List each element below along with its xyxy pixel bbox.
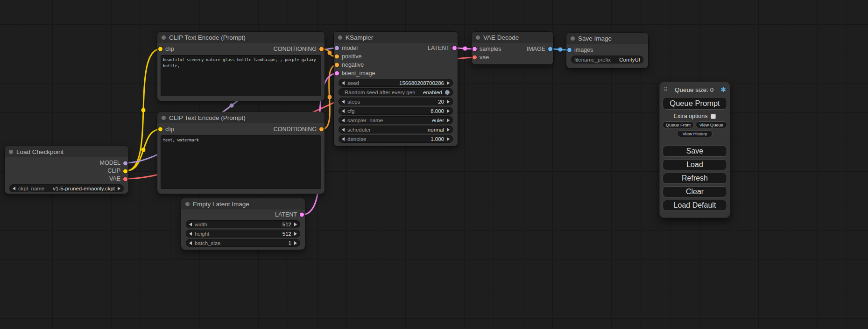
output-slot-vae[interactable]: VAE [5,175,128,183]
vae-input-port[interactable] [473,56,477,60]
load-button[interactable]: Load [663,159,727,170]
drag-handle-icon[interactable]: ⠿ [663,86,669,93]
output-slot-model[interactable]: MODEL [5,159,128,167]
node-title: CLIP Text Encode (Prompt) [169,114,246,121]
queue-front-button[interactable]: Queue Front [663,121,694,128]
widget-sampler-name[interactable]: sampler_name euler [339,116,453,124]
conditioning-output-port[interactable] [319,127,324,132]
widget-scheduler[interactable]: scheduler normal [339,126,453,133]
node-clip-text-encode-positive[interactable]: CLIP Text Encode (Prompt) clip CONDITION… [157,32,325,101]
queue-prompt-button[interactable]: Queue Prompt [663,97,727,110]
decrement-arrow-icon[interactable] [13,187,15,190]
input-slot-vae[interactable]: vae [472,53,553,62]
positive-prompt-textarea[interactable]: beautiful scenery nature glass bottle la… [161,55,321,96]
decrement-arrow-icon[interactable] [189,232,192,236]
increment-arrow-icon[interactable] [447,100,450,104]
collapse-dot-icon[interactable] [338,35,342,40]
decrement-arrow-icon[interactable] [342,119,345,122]
vae-output-port[interactable] [123,177,127,181]
positive-input-port[interactable] [335,55,339,59]
latent-output-port[interactable] [452,46,457,50]
collapse-dot-icon[interactable] [9,150,13,154]
node-titlebar[interactable]: CLIP Text Encode (Prompt) [157,32,325,43]
clear-button[interactable]: Clear [663,186,727,197]
conditioning-output-port[interactable] [319,47,324,51]
node-save-image[interactable]: Save Image images filename_prefix ComfyU… [566,33,648,68]
node-empty-latent-image[interactable]: Empty Latent Image LATENT width 512 heig… [181,198,305,250]
node-titlebar[interactable]: VAE Decode [472,32,553,43]
widget-width[interactable]: width 512 [186,220,300,228]
clip-output-port[interactable] [123,169,127,173]
widget-random-seed-toggle[interactable]: Random seed after every gen enabled [339,88,453,96]
latent-output-port[interactable] [300,213,304,217]
output-slot-latent[interactable]: LATENT [181,210,305,219]
images-input-port[interactable] [567,48,572,52]
widget-cfg[interactable]: cfg 8.000 [339,107,453,115]
node-titlebar[interactable]: Empty Latent Image [181,198,305,210]
decrement-arrow-icon[interactable] [342,128,345,132]
decrement-arrow-icon[interactable] [342,137,345,141]
widget-steps[interactable]: steps 20 [339,98,453,105]
clip-input-port[interactable] [158,47,162,51]
increment-arrow-icon[interactable] [118,187,120,190]
widget-seed[interactable]: seed 156680208700286 [339,79,453,87]
collapse-dot-icon[interactable] [162,35,166,40]
view-queue-button[interactable]: View Queue [696,121,727,128]
clip-input-port[interactable] [158,127,162,132]
widget-filename-prefix[interactable]: filename_prefix ComfyUI [571,56,643,63]
toggle-dot-icon[interactable] [445,90,450,95]
decrement-arrow-icon[interactable] [342,100,345,104]
node-titlebar[interactable]: CLIP Text Encode (Prompt) [157,112,325,123]
load-default-button[interactable]: Load Default [663,200,727,211]
increment-arrow-icon[interactable] [447,109,450,113]
node-titlebar[interactable]: Load Checkpoint [5,146,128,157]
decrement-arrow-icon[interactable] [342,109,345,113]
increment-arrow-icon[interactable] [447,119,450,122]
node-clip-text-encode-negative[interactable]: CLIP Text Encode (Prompt) clip CONDITION… [157,112,325,194]
slot-row: model LATENT [334,44,458,52]
node-titlebar[interactable]: KSampler [334,32,458,43]
image-output-port[interactable] [548,47,552,51]
widget-height[interactable]: height 512 [186,230,300,238]
widget-batch-size[interactable]: batch_size 1 [186,239,300,247]
increment-arrow-icon[interactable] [294,241,297,245]
increment-arrow-icon[interactable] [447,81,450,85]
widget-ckpt-name[interactable]: ckpt_name v1-5-pruned-emaonly.ckpt [9,184,124,192]
settings-gear-icon[interactable]: ✱ [720,86,727,93]
negative-input-port[interactable] [335,63,339,67]
view-history-button[interactable]: View History [677,130,713,137]
node-load-checkpoint[interactable]: Load Checkpoint MODEL CLIP VAE ckpt_name… [5,146,128,194]
negative-prompt-textarea[interactable]: text, watermark [161,135,321,189]
decrement-arrow-icon[interactable] [342,81,345,85]
input-slot-positive[interactable]: positive [334,52,458,61]
collapse-dot-icon[interactable] [571,36,575,41]
input-slot-negative[interactable]: negative [334,61,458,69]
save-button[interactable]: Save [663,146,727,157]
model-output-port[interactable] [123,161,127,165]
refresh-button[interactable]: Refresh [663,173,727,184]
latent-image-input-port[interactable] [335,71,339,76]
increment-arrow-icon[interactable] [447,137,450,141]
increment-arrow-icon[interactable] [294,223,297,226]
extra-options-checkbox[interactable] [711,114,716,119]
decrement-arrow-icon[interactable] [189,223,192,226]
input-slot-images[interactable]: images [566,46,648,54]
queue-buttons-row: Queue Front View Queue [663,121,727,128]
increment-arrow-icon[interactable] [447,128,450,132]
samples-input-port[interactable] [473,47,477,51]
node-vae-decode[interactable]: VAE Decode samples IMAGE vae [472,32,553,64]
model-input-port[interactable] [335,46,339,50]
collapse-dot-icon[interactable] [162,116,166,120]
output-slot-clip[interactable]: CLIP [5,167,128,175]
increment-arrow-icon[interactable] [294,232,297,236]
decrement-arrow-icon[interactable] [189,241,192,245]
widget-denoise[interactable]: denoise 1.000 [339,135,453,143]
collapse-dot-icon[interactable] [476,35,480,40]
link-midpoint-dot [328,51,332,55]
collapse-dot-icon[interactable] [185,202,190,206]
menu-spacer [663,138,727,143]
node-titlebar[interactable]: Save Image [566,33,648,44]
node-graph-canvas[interactable]: Load Checkpoint MODEL CLIP VAE ckpt_name… [0,0,868,329]
input-slot-latent-image[interactable]: latent_image [334,69,458,77]
node-ksampler[interactable]: KSampler model LATENT positive negative … [334,32,458,146]
